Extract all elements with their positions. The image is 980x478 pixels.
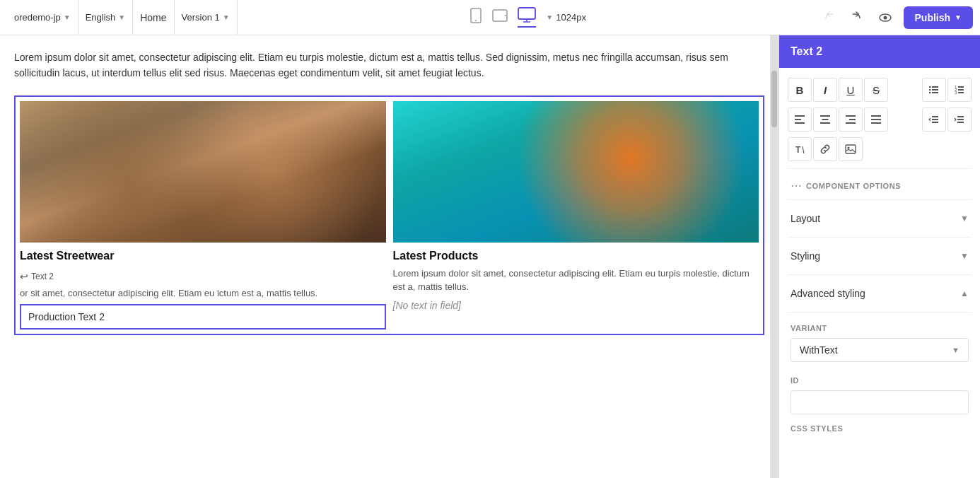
mobile-icon[interactable]	[469, 8, 482, 27]
topbar: oredemo-jp ▼ English ▼ Home Version 1 ▼ …	[0, 0, 980, 35]
id-label: ID	[791, 376, 969, 385]
section-styling[interactable]: Styling ▼	[779, 242, 980, 270]
page-section[interactable]: Home	[133, 0, 174, 35]
language-chevron-icon: ▼	[118, 13, 125, 21]
align-right-button[interactable]	[839, 107, 863, 132]
card-right-image	[393, 101, 759, 243]
redo-button[interactable]	[844, 6, 867, 29]
card-left: Latest Streetwear ↩ Text 2 or sit amet, …	[20, 101, 386, 330]
id-section: ID	[779, 369, 980, 421]
align-justify-button[interactable]	[864, 107, 888, 132]
svg-text:3: 3	[955, 91, 957, 95]
intro-text: Lorem ipsum dolor sit amet, consectetur …	[14, 49, 764, 81]
variant-label: VARIANT	[791, 324, 969, 332]
underline-button[interactable]: U	[839, 78, 863, 102]
language-dropdown[interactable]: English ▼	[86, 12, 126, 23]
publish-button[interactable]: Publish ▼	[904, 6, 973, 29]
undo-redo-group	[819, 6, 867, 29]
svg-rect-19	[795, 115, 805, 117]
viewport-size: 1024px	[556, 12, 586, 23]
link-button[interactable]	[813, 137, 837, 161]
card-left-image	[20, 101, 386, 243]
version-label: Version 1	[182, 12, 220, 23]
strikethrough-button[interactable]: S	[864, 78, 888, 102]
page-label: Home	[140, 12, 166, 23]
panel-title: Text 2	[791, 45, 822, 57]
svg-line-38	[803, 146, 804, 153]
text2-badge: ↩ Text 2	[20, 271, 54, 282]
svg-rect-27	[846, 122, 856, 124]
list-ul-button[interactable]	[922, 78, 946, 102]
language-section[interactable]: English ▼	[78, 0, 134, 35]
undo-button[interactable]	[819, 6, 841, 29]
version-dropdown[interactable]: Version 1 ▼	[182, 12, 230, 23]
svg-rect-31	[932, 116, 938, 117]
svg-rect-25	[846, 115, 856, 117]
preview-button[interactable]	[874, 6, 897, 29]
component-options-label: COMPONENT OPTIONS	[806, 182, 901, 190]
canvas-scrollbar-thumb	[771, 71, 777, 127]
section-layout[interactable]: Layout ▼	[779, 204, 980, 233]
device-selector: ▼ 1024px	[238, 7, 819, 28]
panel-scrollable: B I U S 123	[779, 68, 980, 478]
topbar-right: Publish ▼	[819, 6, 973, 29]
indent-out-button[interactable]	[922, 107, 946, 132]
toolbar-row-1: B I U S 123	[779, 75, 980, 105]
site-chevron-icon: ▼	[64, 13, 71, 21]
svg-rect-14	[958, 89, 964, 91]
language-label: English	[86, 12, 116, 23]
svg-rect-12	[929, 92, 931, 93]
variant-dropdown-icon: ▼	[952, 346, 959, 354]
canvas-content: Lorem ipsum dolor sit amet, consectetur …	[0, 35, 778, 478]
svg-rect-24	[820, 122, 830, 124]
italic-button[interactable]: I	[813, 78, 837, 102]
layout-chevron-icon: ▼	[960, 214, 969, 223]
clear-format-button[interactable]: T	[788, 137, 812, 161]
svg-point-40	[848, 147, 850, 149]
svg-rect-34	[957, 116, 964, 117]
advanced-divider	[788, 312, 972, 313]
site-name: oredemo-jp	[14, 12, 61, 23]
viewport-dropdown[interactable]: ▼ 1024px	[546, 12, 586, 23]
svg-rect-28	[871, 115, 881, 117]
main-layout: Lorem ipsum dolor sit amet, consectetur …	[0, 35, 980, 478]
production-text: Production Text 2	[28, 311, 105, 322]
align-center-button[interactable]	[813, 107, 837, 132]
svg-rect-33	[932, 122, 938, 123]
svg-point-3	[505, 15, 506, 16]
card-right-title: Latest Products	[393, 250, 759, 262]
tablet-icon[interactable]	[492, 8, 508, 26]
toolbar-divider	[788, 168, 972, 169]
bold-button[interactable]: B	[788, 78, 812, 102]
svg-point-6	[883, 16, 887, 19]
site-dropdown[interactable]: oredemo-jp ▼	[14, 12, 71, 23]
svg-rect-21	[795, 122, 805, 124]
layout-label: Layout	[791, 213, 820, 224]
publish-label: Publish	[915, 12, 951, 23]
toolbar-row-2	[779, 105, 980, 134]
canvas-scrollbar[interactable]	[770, 35, 778, 478]
advanced-styling-label: Advanced styling	[791, 288, 865, 299]
card-right: Latest Products Lorem ipsum dolor sit am…	[393, 101, 759, 330]
no-text-placeholder: [No text in field]	[393, 300, 759, 311]
svg-rect-23	[822, 119, 829, 120]
id-input[interactable]	[791, 390, 969, 414]
svg-rect-26	[849, 119, 856, 120]
sections-divider	[788, 199, 972, 200]
production-text-box[interactable]: Production Text 2	[20, 304, 386, 330]
site-section[interactable]: oredemo-jp ▼	[7, 0, 78, 35]
svg-rect-22	[820, 115, 830, 117]
image-button[interactable]	[839, 137, 863, 161]
svg-rect-8	[932, 89, 938, 91]
align-left-button[interactable]	[788, 107, 812, 132]
version-section[interactable]: Version 1 ▼	[175, 0, 238, 35]
variant-select[interactable]: WithText ▼	[791, 338, 969, 362]
toolbar-row-3: T	[779, 134, 980, 164]
indent-in-button[interactable]	[947, 107, 972, 132]
panel-header: Text 2	[779, 35, 980, 68]
desktop-icon[interactable]	[518, 7, 536, 28]
svg-rect-4	[518, 8, 535, 19]
list-ol-button[interactable]: 123	[947, 78, 972, 102]
section-advanced-styling[interactable]: Advanced styling ▲	[779, 279, 980, 308]
svg-rect-11	[929, 89, 931, 91]
